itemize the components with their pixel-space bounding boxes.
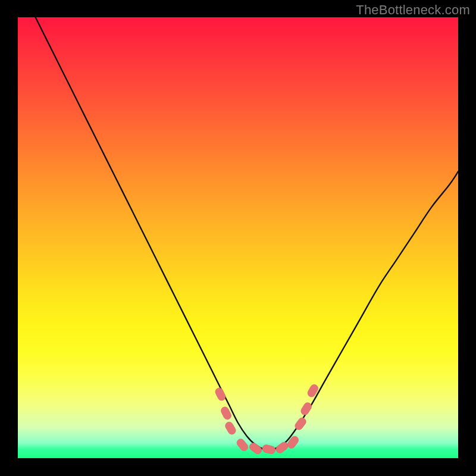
trough-marker	[286, 435, 300, 450]
trough-marker	[235, 437, 249, 452]
trough-marker	[248, 441, 263, 456]
trough-marker	[220, 406, 232, 421]
trough-marker	[306, 383, 320, 399]
trough-marker	[224, 421, 237, 436]
watermark-label: TheBottleneck.com	[356, 2, 470, 18]
chart-frame: TheBottleneck.com	[0, 0, 476, 476]
trough-marker	[274, 440, 289, 455]
bottleneck-curve	[36, 17, 458, 450]
plot-area	[18, 17, 458, 458]
trough-marker	[293, 416, 308, 431]
trough-marker	[214, 387, 227, 402]
bottleneck-curve-svg	[18, 17, 458, 458]
trough-marker	[262, 444, 277, 455]
trough-markers	[214, 383, 320, 456]
trough-marker	[299, 401, 313, 416]
